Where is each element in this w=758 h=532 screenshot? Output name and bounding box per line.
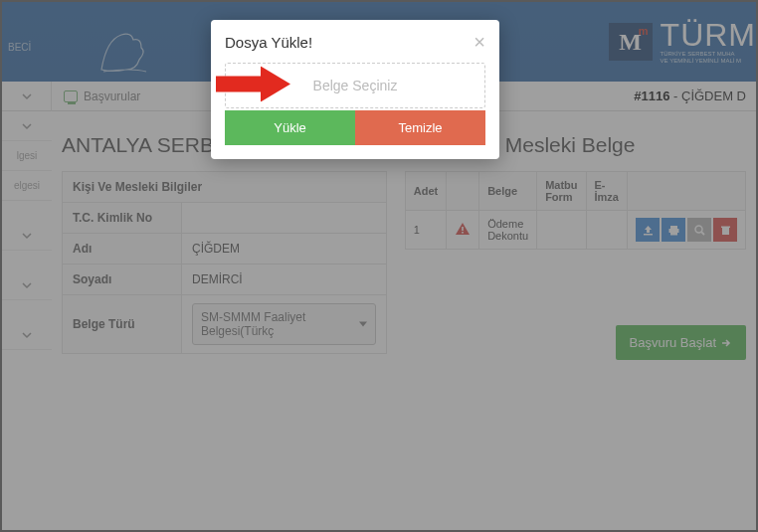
modal-upload-button[interactable]: Yükle	[225, 110, 355, 145]
file-select-dropzone[interactable]: Belge Seçiniz	[225, 63, 485, 108]
upload-modal: Dosya Yükle! × Belge Seçiniz Yükle Temiz…	[211, 20, 499, 159]
modal-close-button[interactable]: ×	[474, 32, 485, 52]
modal-title: Dosya Yükle!	[225, 34, 485, 51]
red-arrow-annotation	[216, 67, 295, 105]
modal-clear-button[interactable]: Temizle	[355, 110, 485, 145]
file-select-placeholder: Belge Seçiniz	[313, 78, 398, 93]
